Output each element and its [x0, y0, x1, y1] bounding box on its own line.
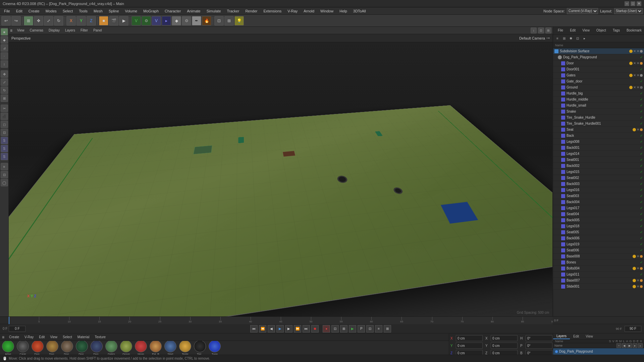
transport-to-start[interactable]: ⏮	[250, 325, 258, 333]
vp-menu-panel[interactable]: Panel	[91, 28, 104, 33]
om-item-legs011[interactable]: Legs011 ✓	[553, 272, 644, 278]
menu-tracker[interactable]: Tracker	[224, 8, 242, 14]
om-item-gate-door[interactable]: Gate_door ✓	[553, 78, 644, 84]
vray-icon-5[interactable]: ◆	[172, 16, 181, 25]
transport-extra-7[interactable]: ≡	[375, 325, 382, 333]
mat-teete[interactable]: Teete	[178, 341, 192, 355]
om-item-seat001[interactable]: Seat001 ✓	[553, 157, 644, 163]
om-item-bones[interactable]: Bones ✓	[553, 259, 644, 265]
om-item-bolts004[interactable]: Bolts004 ✕	[553, 265, 644, 272]
lt-snap2[interactable]: ⊡	[1, 171, 8, 178]
om-item-slide001[interactable]: Slide001 ✕	[553, 284, 644, 290]
vray-icon-8[interactable]: 🔥	[202, 16, 211, 25]
om-item-door[interactable]: Door ✕ ✕	[553, 60, 644, 66]
menu-character[interactable]: Character	[162, 8, 183, 14]
layer-item-dog-park[interactable]: Dog_Park_Playground	[553, 348, 644, 355]
om-item-snake[interactable]: Snake ✓	[553, 109, 644, 115]
mat-dog4[interactable]: Dog_	[75, 341, 89, 355]
lt-soft[interactable]: S	[1, 153, 8, 160]
rotate-tool-button[interactable]: ↻	[54, 16, 63, 25]
vp-menu-layers[interactable]: Layers	[63, 28, 77, 33]
om-item-legs014[interactable]: Legs014 ✓	[553, 151, 644, 157]
om-tab-tags[interactable]: Tags	[610, 28, 623, 34]
om-tab-bookmark[interactable]: Bookmark	[624, 28, 644, 34]
menu-spline[interactable]: Spline	[106, 8, 122, 14]
om-item-back002[interactable]: Back002 ✓	[553, 163, 644, 169]
grid-btn[interactable]: ⊞	[224, 16, 234, 25]
mat-dog1[interactable]: Dog_	[31, 341, 44, 355]
om-item-back[interactable]: Back ✓	[553, 133, 644, 139]
om-tab-file[interactable]: File	[555, 28, 566, 34]
om-item-base008[interactable]: Base008 ✕	[553, 253, 644, 259]
mat-dog3[interactable]: Dog_	[60, 341, 74, 355]
mat-gates[interactable]: Gates	[105, 341, 118, 355]
lt-move[interactable]: ✥	[1, 70, 8, 78]
transport-to-end[interactable]: ⏭	[303, 325, 310, 333]
render-btn[interactable]: 🎬	[109, 16, 118, 25]
vp-menu-filter[interactable]: Filter	[78, 28, 90, 33]
lt-loop[interactable]: ⊡	[1, 129, 8, 136]
mat-hamburger-icon[interactable]: ≡	[2, 335, 4, 340]
om-item-tire-snake-001[interactable]: Tire_Snake_Hurdle001 ✓	[553, 121, 644, 127]
transport-extra-5[interactable]: P	[358, 325, 365, 333]
menu-arnold[interactable]: Arnold	[301, 8, 317, 14]
om-item-legs016[interactable]: Legs016 ✓	[553, 187, 644, 193]
menu-simulate[interactable]: Simulate	[204, 8, 224, 14]
scale-tool-button[interactable]: ⤢	[44, 16, 53, 25]
lt-select[interactable]: ⊞	[1, 95, 8, 102]
z-axis-btn[interactable]: Z	[87, 16, 96, 25]
vray-icon-4[interactable]: ▸	[162, 16, 171, 25]
transport-play[interactable]: ▶	[276, 325, 284, 333]
menu-mesh[interactable]: Mesh	[91, 8, 105, 14]
lt-point-mode[interactable]: ·	[1, 52, 8, 60]
menu-help[interactable]: Help	[337, 8, 350, 14]
menu-3dtoall[interactable]: 3DToAll	[351, 8, 369, 14]
menu-volume[interactable]: Volume	[122, 8, 140, 14]
viewport-canvas[interactable]: X Y Z Grid Spacing: 500 cm	[9, 42, 552, 316]
timeline-ruler[interactable]: 051015202530354045505560657075808590	[9, 317, 553, 324]
lt-misc[interactable]: ◯	[1, 179, 8, 186]
snap-btn[interactable]: ⊡	[214, 16, 224, 25]
om-item-base007[interactable]: Base007 ✕	[553, 278, 644, 284]
om-item-hurdle-big[interactable]: Hurdle_big ✓	[553, 90, 644, 97]
start-frame-field[interactable]: 0 F	[9, 326, 25, 332]
lr-btn-1[interactable]: +	[616, 343, 621, 348]
vray-icon-1[interactable]: V	[131, 16, 141, 25]
vp-menu-display[interactable]: Display	[47, 28, 62, 33]
mat-tunn[interactable]: Tunn	[208, 341, 221, 355]
mat-dog2[interactable]: Dog_	[46, 341, 59, 355]
om-item-back003[interactable]: Back003 ✓	[553, 181, 644, 187]
om-item-back006[interactable]: Back006 ✓	[553, 235, 644, 241]
om-item-seat006[interactable]: Seat006 ✓	[553, 247, 644, 253]
mat-start[interactable]: Start	[164, 341, 177, 355]
om-item-legs017[interactable]: Legs017 ✓	[553, 205, 644, 211]
vray-icon-2[interactable]: ⚙	[142, 16, 151, 25]
om-item-hurdle-middle[interactable]: Hurdle_middle ✓	[553, 97, 644, 103]
om-item-legs008[interactable]: Legs008 ✓	[553, 139, 644, 145]
om-item-seat004[interactable]: Seat004 ✓	[553, 211, 644, 217]
om-tool-5[interactable]: ▸	[581, 36, 587, 42]
om-item-back001[interactable]: Back001 ✓	[553, 145, 644, 151]
menu-select[interactable]: Select	[60, 8, 76, 14]
vp-tool-3[interactable]: ⊞	[545, 27, 551, 34]
om-tab-object[interactable]: Object	[594, 28, 609, 34]
layers-tab-edit[interactable]: Edit	[570, 334, 582, 339]
om-tab-view[interactable]: View	[580, 28, 592, 34]
menu-window[interactable]: Window	[318, 8, 336, 14]
om-tool-1[interactable]: ≡	[554, 36, 560, 42]
light-btn[interactable]: 💡	[234, 16, 244, 25]
transport-prev-key[interactable]: ⏪	[259, 325, 266, 333]
transport-extra-1[interactable]: ●	[323, 325, 330, 333]
mat-groun[interactable]: Groun	[119, 341, 133, 355]
coord-y-size-field[interactable]	[491, 343, 518, 349]
om-item-back005[interactable]: Back005 ✓	[553, 217, 644, 223]
om-item-door001[interactable]: Door001 ✓	[553, 66, 644, 72]
transport-extra-4[interactable]: ▶	[349, 325, 356, 333]
lt-bevel[interactable]: ◻	[1, 121, 8, 128]
move-tool-button[interactable]: ✥	[34, 16, 43, 25]
object-axis-btn[interactable]: X	[66, 16, 76, 25]
lt-paint[interactable]: S	[1, 145, 8, 152]
lt-edge-mode[interactable]: ⊿	[1, 44, 8, 52]
lt-object-mode[interactable]: ■	[1, 28, 8, 36]
layout-select[interactable]: Startup (User)	[614, 8, 643, 14]
